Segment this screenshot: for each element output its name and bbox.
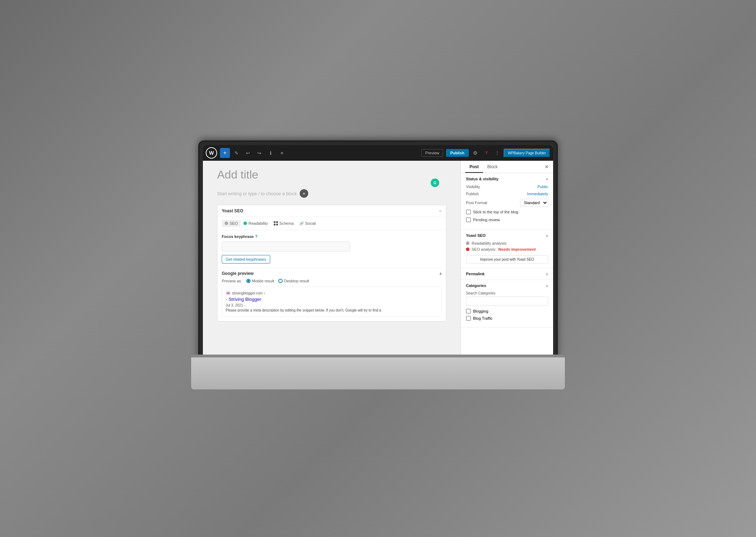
laptop-lid: W + ✎ ↩ ↪ ℹ ≡ Preview Publish ⚙ Y ⋮ WPBa…	[198, 140, 558, 368]
blog-traffic-label: Blog Traffic	[473, 316, 493, 320]
yoast-collapse-button[interactable]: −	[439, 208, 442, 214]
more-options-icon[interactable]: ⋮	[492, 148, 502, 158]
publish-button[interactable]: Publish	[446, 149, 469, 157]
preview-as-row: Preview as: Mobile result Desktop	[222, 279, 442, 283]
redo-icon[interactable]: ↪	[254, 148, 264, 158]
keyphrase-help-icon[interactable]: ?	[255, 235, 257, 239]
status-collapse-icon: ∧	[546, 177, 548, 181]
stick-to-top-row: Stick to the top of the blog	[466, 209, 548, 214]
seo-dot-icon	[225, 222, 228, 225]
post-body-area[interactable]: Start writing or type / to choose a bloc…	[217, 189, 446, 198]
add-block-inline-button[interactable]: +	[300, 189, 308, 198]
laptop-base	[191, 357, 565, 389]
permalink-section: Permalink ∨	[461, 268, 553, 280]
undo-icon[interactable]: ↩	[243, 148, 253, 158]
gp-description: Please provide a meta description by edi…	[226, 308, 438, 313]
blog-traffic-category-row: Blog Traffic	[466, 316, 548, 321]
yoast-tab-seo[interactable]: SEO	[222, 220, 241, 227]
post-format-row: Post Format Standard	[466, 199, 548, 207]
focus-keyphrase-label: Focus keyphrase ?	[222, 234, 442, 239]
status-visibility-title: Status & visibility	[466, 177, 499, 181]
readability-tab-label: Readability	[248, 221, 268, 225]
yoast-tab-readability[interactable]: Readability	[241, 220, 271, 227]
list-view-icon[interactable]: ≡	[277, 148, 287, 158]
gp-site-line: SB strivingblogger.com ›	[226, 291, 438, 296]
wp-toolbar: W + ✎ ↩ ↪ ℹ ≡ Preview Publish ⚙ Y ⋮ WPBa…	[203, 145, 553, 161]
seo-status-badge: Needs improvement	[498, 247, 536, 251]
post-title-placeholder[interactable]: Add title	[217, 168, 446, 181]
publish-label: Publish	[466, 192, 479, 196]
status-visibility-body: Visibility Public Publish Immediately Po…	[461, 185, 553, 229]
yoast-seo-panel: Yoast SEO − SEO	[217, 205, 446, 321]
yoast-panel-body: Focus keyphrase ? Get related keyphrases…	[217, 230, 446, 321]
yoast-tab-schema[interactable]: Schema	[271, 220, 296, 227]
permalink-header[interactable]: Permalink ∨	[461, 268, 553, 280]
stick-to-top-label: Stick to the top of the blog	[473, 210, 518, 214]
social-icon: 🔗	[299, 222, 304, 225]
mobile-option-label: Mobile result	[252, 279, 274, 283]
grammarly-icon: G	[431, 179, 439, 187]
preview-button[interactable]: Preview	[421, 149, 443, 157]
blogging-label: Blogging	[473, 309, 488, 313]
screen-bezel: W + ✎ ↩ ↪ ℹ ≡ Preview Publish ⚙ Y ⋮ WPBa…	[203, 145, 553, 363]
status-visibility-section: Status & visibility ∧ Visibility Public	[461, 173, 553, 230]
yoast-sidebar-section: Yoast SEO ∧ Readability analysis:	[461, 230, 553, 268]
google-preview-collapse-icon[interactable]: ∧	[439, 272, 442, 276]
editor-content: Add title G Start writing or type / to c…	[203, 161, 461, 363]
tab-block[interactable]: Block	[483, 161, 502, 173]
desktop-radio-dot	[278, 279, 283, 283]
settings-icon[interactable]: ⚙	[470, 148, 481, 158]
visibility-value[interactable]: Public	[537, 185, 548, 189]
laptop-scene: W + ✎ ↩ ↪ ℹ ≡ Preview Publish ⚙ Y ⋮ WPBa…	[182, 130, 574, 407]
blogging-category-row: Blogging	[466, 309, 548, 314]
pending-review-checkbox[interactable]	[466, 217, 471, 222]
info-icon[interactable]: ℹ	[266, 148, 275, 158]
tab-post[interactable]: Post	[465, 161, 483, 173]
pending-review-label: Pending review	[473, 218, 500, 222]
focus-keyphrase-input[interactable]	[222, 241, 350, 251]
improve-with-yoast-button[interactable]: Improve your post with Yoast SEO	[466, 255, 548, 264]
sidebar-tabs: Post Block ✕	[461, 161, 553, 173]
yoast-collapse-icon: ∧	[546, 234, 548, 238]
add-block-button[interactable]: +	[220, 148, 230, 158]
seo-analysis-label: SEO analysis:	[472, 247, 496, 251]
google-preview-header: Google preview ∧	[222, 268, 442, 279]
mobile-radio-dot	[246, 279, 251, 283]
search-categories-input[interactable]	[466, 297, 548, 306]
editor-main: Add title G Start writing or type / to c…	[203, 161, 461, 363]
wpbakery-button[interactable]: WPBakery Page Builder	[504, 149, 550, 158]
editor-sidebar: Post Block ✕ Status & visibility ∧	[461, 161, 553, 363]
related-keyphrases-button[interactable]: Get related keyphrases	[222, 255, 270, 264]
categories-header[interactable]: Categories ∧	[461, 280, 553, 291]
gp-site-url: strivingblogger.com ›	[232, 291, 265, 295]
post-format-label: Post Format	[466, 201, 487, 205]
yoast-icon[interactable]: Y	[482, 149, 491, 157]
yoast-tabs: SEO Readability	[217, 217, 446, 230]
yoast-sidebar-body: Readability analysis: SEO analysis: Need…	[461, 241, 553, 268]
readability-dot-icon	[243, 222, 247, 225]
stick-to-top-checkbox[interactable]	[466, 209, 471, 214]
seo-tab-label: SEO	[230, 221, 238, 225]
yoast-tab-social[interactable]: 🔗 Social	[296, 220, 319, 227]
gp-title[interactable]: - Striving Blogger	[226, 297, 438, 302]
visibility-row: Visibility Public	[466, 185, 548, 189]
wordpress-logo-icon[interactable]: W	[206, 147, 217, 159]
screen: W + ✎ ↩ ↪ ℹ ≡ Preview Publish ⚙ Y ⋮ WPBa…	[203, 145, 553, 363]
status-visibility-header[interactable]: Status & visibility ∧	[461, 173, 553, 185]
readability-analysis-label: Readability analysis:	[472, 241, 507, 245]
sidebar-close-button[interactable]: ✕	[545, 164, 549, 170]
yoast-sidebar-header[interactable]: Yoast SEO ∧	[461, 230, 553, 241]
yoast-panel-header: Yoast SEO −	[217, 205, 446, 217]
visibility-label: Visibility	[466, 185, 480, 189]
yoast-panel-title: Yoast SEO	[222, 208, 243, 213]
edit-icon[interactable]: ✎	[231, 148, 241, 158]
blog-traffic-checkbox[interactable]	[466, 316, 471, 321]
publish-value[interactable]: Immediately	[527, 192, 548, 196]
desktop-result-radio[interactable]: Desktop result	[278, 279, 309, 283]
post-format-select[interactable]: Standard	[520, 199, 548, 207]
schema-tab-label: Schema	[279, 221, 294, 225]
desktop-option-label: Desktop result	[284, 279, 309, 283]
mobile-result-radio[interactable]: Mobile result	[246, 279, 274, 283]
blogging-checkbox[interactable]	[466, 309, 471, 314]
seo-status-icon	[466, 248, 469, 251]
